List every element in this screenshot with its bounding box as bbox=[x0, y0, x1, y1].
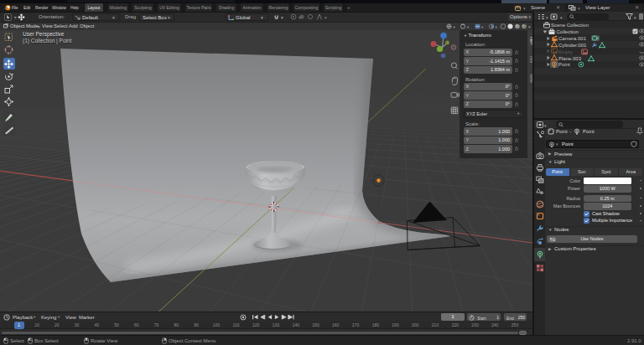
svg-text:▾: ▾ bbox=[481, 25, 484, 29]
svg-text:▾: ▾ bbox=[496, 25, 498, 29]
svg-text:▾: ▾ bbox=[546, 15, 548, 20]
svg-text:▾: ▾ bbox=[467, 25, 470, 29]
